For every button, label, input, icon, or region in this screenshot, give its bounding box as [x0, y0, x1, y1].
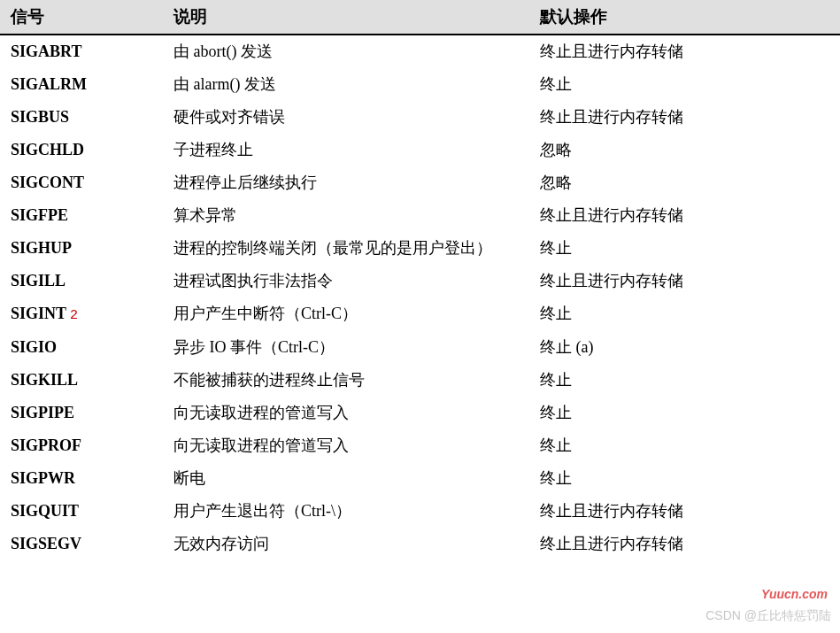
table-row: SIGINT2用户产生中断符（Ctrl-C）终止	[0, 297, 840, 331]
table-row: SIGPIPE向无读取进程的管道写入终止	[0, 397, 840, 429]
cell-signal: SIGILL	[0, 265, 163, 297]
page-container: 信号 说明 默认操作 SIGABRT由 abort() 发送终止且进行内存转储S…	[0, 0, 840, 633]
table-row: SIGFPE算术异常终止且进行内存转储	[0, 199, 840, 232]
cell-signal: SIGINT2	[0, 297, 163, 331]
cell-desc: 进程停止后继续执行	[163, 166, 529, 199]
cell-desc: 用户产生退出符（Ctrl-\）	[163, 495, 529, 528]
header-signal: 信号	[0, 0, 163, 35]
table-row: SIGILL进程试图执行非法指令终止且进行内存转储	[0, 265, 840, 297]
table-row: SIGCHLD子进程终止忽略	[0, 134, 840, 166]
cell-desc: 无效内存访问	[163, 528, 529, 560]
cell-signal: SIGKILL	[0, 364, 163, 397]
signal-name: SIGIO	[11, 338, 57, 356]
cell-action: 终止且进行内存转储	[529, 35, 840, 68]
cell-desc: 用户产生中断符（Ctrl-C）	[163, 297, 529, 331]
cell-desc: 进程试图执行非法指令	[163, 265, 529, 297]
cell-signal: SIGBUS	[0, 101, 163, 134]
table-row: SIGPWR断电终止	[0, 462, 840, 495]
cell-desc: 进程的控制终端关闭（最常见的是用户登出）	[163, 232, 529, 265]
cell-action: 终止	[529, 68, 840, 101]
cell-desc: 向无读取进程的管道写入	[163, 429, 529, 462]
signal-name: SIGKILL	[11, 371, 78, 389]
cell-signal: SIGSEGV	[0, 528, 163, 560]
cell-action: 终止	[529, 297, 840, 331]
signal-name: SIGPROF	[11, 436, 81, 454]
signal-name: SIGCHLD	[11, 141, 84, 158]
cell-action: 终止且进行内存转储	[529, 265, 840, 297]
table-row: SIGPROF向无读取进程的管道写入终止	[0, 429, 840, 462]
signal-name: SIGFPE	[11, 206, 68, 224]
signal-name: SIGINT	[11, 305, 66, 322]
cell-action: 终止	[529, 232, 840, 265]
cell-signal: SIGFPE	[0, 199, 163, 232]
watermark-author: CSDN @丘比特惩罚陆	[705, 608, 831, 624]
table-row: SIGABRT由 abort() 发送终止且进行内存转储	[0, 35, 840, 68]
cell-action: 终止且进行内存转储	[529, 528, 840, 560]
header-action: 默认操作	[529, 0, 840, 35]
cell-signal: SIGHUP	[0, 232, 163, 265]
cell-signal: SIGCONT	[0, 166, 163, 199]
signal-name: SIGSEGV	[11, 535, 81, 552]
cell-desc: 向无读取进程的管道写入	[163, 397, 529, 429]
table-row: SIGKILL不能被捕获的进程终止信号终止	[0, 364, 840, 397]
cell-desc: 由 alarm() 发送	[163, 68, 529, 101]
cell-action: 忽略	[529, 166, 840, 199]
table-row: SIGQUIT用户产生退出符（Ctrl-\）终止且进行内存转储	[0, 495, 840, 528]
cell-signal: SIGIO	[0, 331, 163, 364]
watermark-site: Yuucn.com	[761, 587, 828, 601]
cell-action: 终止且进行内存转储	[529, 199, 840, 232]
signal-name: SIGHUP	[11, 239, 72, 257]
cell-action: 终止	[529, 462, 840, 495]
cell-desc: 硬件或对齐错误	[163, 101, 529, 134]
signal-name: SIGALRM	[11, 75, 87, 93]
cell-desc: 由 abort() 发送	[163, 35, 529, 68]
signal-name: SIGCONT	[11, 174, 84, 191]
cell-signal: SIGCHLD	[0, 134, 163, 166]
cell-signal: SIGABRT	[0, 35, 163, 68]
cell-signal: SIGALRM	[0, 68, 163, 101]
table-row: SIGBUS硬件或对齐错误终止且进行内存转储	[0, 101, 840, 134]
header-desc: 说明	[163, 0, 529, 35]
cell-signal: SIGPIPE	[0, 397, 163, 429]
cell-signal: SIGPROF	[0, 429, 163, 462]
cell-action: 终止且进行内存转储	[529, 495, 840, 528]
signal-name: SIGQUIT	[11, 502, 79, 520]
signals-table: 信号 说明 默认操作 SIGABRT由 abort() 发送终止且进行内存转储S…	[0, 0, 840, 560]
cell-desc: 算术异常	[163, 199, 529, 232]
table-row: SIGCONT进程停止后继续执行忽略	[0, 166, 840, 199]
cell-action: 终止 (a)	[529, 331, 840, 364]
table-row: SIGSEGV无效内存访问终止且进行内存转储	[0, 528, 840, 560]
signal-name: SIGBUS	[11, 108, 69, 126]
table-row: SIGIO异步 IO 事件（Ctrl-C）终止 (a)	[0, 331, 840, 364]
cell-signal: SIGPWR	[0, 462, 163, 495]
table-header: 信号 说明 默认操作	[0, 0, 840, 35]
cell-desc: 断电	[163, 462, 529, 495]
cell-desc: 不能被捕获的进程终止信号	[163, 364, 529, 397]
cell-action: 终止	[529, 429, 840, 462]
cell-action: 忽略	[529, 134, 840, 166]
signal-name: SIGABRT	[11, 42, 81, 60]
cell-action: 终止且进行内存转储	[529, 101, 840, 134]
signal-name: SIGPWR	[11, 469, 75, 487]
table-row: SIGHUP进程的控制终端关闭（最常见的是用户登出）终止	[0, 232, 840, 265]
cell-signal: SIGQUIT	[0, 495, 163, 528]
cell-desc: 子进程终止	[163, 134, 529, 166]
header-row: 信号 说明 默认操作	[0, 0, 840, 35]
signal-name: SIGPIPE	[11, 404, 74, 421]
table-row: SIGALRM由 alarm() 发送终止	[0, 68, 840, 101]
cell-action: 终止	[529, 397, 840, 429]
signal-name: SIGILL	[11, 272, 66, 289]
cell-action: 终止	[529, 364, 840, 397]
signal-annotation: 2	[70, 308, 78, 323]
cell-desc: 异步 IO 事件（Ctrl-C）	[163, 331, 529, 364]
table-body: SIGABRT由 abort() 发送终止且进行内存转储SIGALRM由 ala…	[0, 35, 840, 560]
